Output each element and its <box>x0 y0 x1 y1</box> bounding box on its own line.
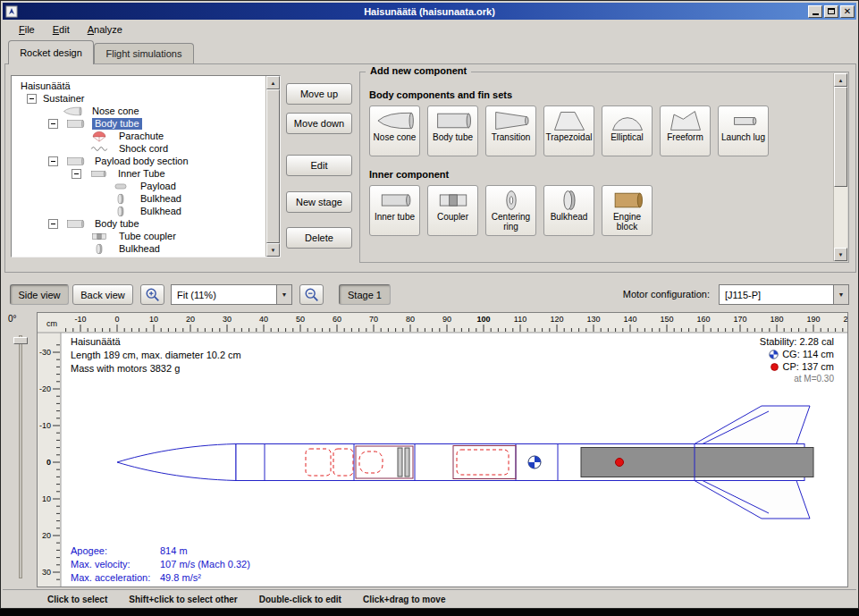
expander-icon[interactable] <box>27 94 37 104</box>
svg-text:200: 200 <box>843 315 847 324</box>
svg-text:150: 150 <box>660 315 673 324</box>
status-hint-1: Click to select <box>47 595 107 604</box>
scroll-up-icon[interactable]: ▲ <box>266 76 280 89</box>
menu-edit[interactable]: Edit <box>46 22 77 37</box>
zoom-out-button[interactable] <box>299 284 324 305</box>
zoom-combo[interactable]: Fit (11%) ▼ <box>171 284 292 305</box>
close-icon: ✕ <box>844 7 851 16</box>
svg-text:30: 30 <box>223 315 232 324</box>
expander-icon[interactable] <box>48 156 58 166</box>
svg-text:-30: -30 <box>39 348 51 357</box>
stage-1-button[interactable]: Stage 1 <box>339 284 391 305</box>
move-down-button[interactable]: Move down <box>286 113 352 134</box>
menubar: FileEditAnalyze <box>4 21 130 38</box>
bulkhead-icon <box>107 193 134 205</box>
inner-tube-icon <box>85 168 112 180</box>
add-elliptical-button[interactable]: Elliptical <box>602 105 653 156</box>
move-up-button[interactable]: Move up <box>286 83 352 105</box>
tree-item-sustainer[interactable]: Sustainer <box>13 92 265 105</box>
add-engine-block-button[interactable]: Engine block <box>602 185 653 236</box>
svg-text:70: 70 <box>369 315 378 324</box>
add-centering-ring-button[interactable]: Centering ring <box>485 185 536 236</box>
rotation-handle[interactable] <box>13 337 28 344</box>
edit-button[interactable]: Edit <box>286 155 352 176</box>
component-scrollbar[interactable]: ▲ ▼ <box>833 73 847 261</box>
titlebar[interactable]: Haisunäätä (haisunaata.ork) ✕ <box>3 3 856 20</box>
menu-file[interactable]: File <box>12 22 42 37</box>
scroll-down-icon[interactable]: ▼ <box>834 248 847 261</box>
rocket-drawing[interactable] <box>117 406 813 519</box>
scroll-up-icon[interactable]: ▲ <box>834 73 847 87</box>
minimize-button[interactable] <box>808 5 822 18</box>
tree-scrollbar[interactable]: ▲ ▼ <box>265 76 280 257</box>
add-component-title: Add new component <box>366 65 471 76</box>
zoom-in-button[interactable] <box>140 284 164 305</box>
svg-text:-20: -20 <box>39 384 51 393</box>
scroll-down-icon[interactable]: ▼ <box>266 243 280 257</box>
svg-text:180: 180 <box>770 315 783 324</box>
close-button[interactable]: ✕ <box>840 5 855 18</box>
centering-ring-icon <box>491 189 532 212</box>
tree-item-bulkhead[interactable]: Bulkhead <box>13 242 265 255</box>
cp-marker <box>616 459 624 467</box>
add-inner-tube-button[interactable]: Inner tube <box>369 185 420 236</box>
expander-icon[interactable] <box>48 219 58 229</box>
expander-icon[interactable] <box>48 119 58 129</box>
svg-text:0: 0 <box>114 315 119 324</box>
tree-item-inner-tube[interactable]: Inner Tube <box>13 167 265 180</box>
add-coupler-button[interactable]: Coupler <box>427 185 478 236</box>
tree-item-label: Bulkhead <box>138 193 184 205</box>
add-nose-cone-button[interactable]: Nose cone <box>369 105 420 156</box>
tree-item-haisun-t-[interactable]: Haisunäätä <box>13 80 265 92</box>
tree-item-payload[interactable]: Payload <box>13 180 265 192</box>
add-transition-button[interactable]: Transition <box>485 105 536 156</box>
tree-item-body-tube[interactable]: Body tube <box>13 217 265 230</box>
tree-item-tube-coupler[interactable]: Tube coupler <box>13 230 265 242</box>
back-view-button[interactable]: Back view <box>72 284 133 305</box>
new-stage-button[interactable]: New stage <box>286 191 352 213</box>
delete-button[interactable]: Delete <box>286 227 352 249</box>
add-body-tube-button[interactable]: Body tube <box>427 105 478 156</box>
maximize-button[interactable] <box>824 5 838 18</box>
svg-text:170: 170 <box>733 315 746 324</box>
svg-text:90: 90 <box>442 315 451 324</box>
tree-item-label: Parachute <box>116 131 166 142</box>
body-tube-icon <box>62 118 88 130</box>
svg-text:140: 140 <box>623 315 636 324</box>
tab-flight-simulations[interactable]: Flight simulations <box>94 43 194 63</box>
tree-item-body-tube[interactable]: Body tube <box>13 117 265 130</box>
app-icon[interactable] <box>5 5 18 18</box>
tree-item-bulkhead[interactable]: Bulkhead <box>13 205 265 217</box>
component-tree[interactable]: HaisunäätäSustainerNose coneBody tubePar… <box>11 75 281 257</box>
body-tube-icon <box>433 109 474 132</box>
rotation-slider[interactable]: 0° <box>6 314 33 584</box>
status-hint-4: Click+drag to move <box>363 595 446 604</box>
tree-item-label: Sustainer <box>40 93 87 105</box>
component-scrollbar-thumb[interactable] <box>834 87 847 187</box>
tree-scrollbar-thumb[interactable] <box>266 89 280 243</box>
add-freeform-button[interactable]: Freeform <box>660 105 711 156</box>
side-view-button[interactable]: Side view <box>10 284 69 305</box>
chevron-down-icon: ▼ <box>276 285 291 304</box>
tree-item-bulkhead[interactable]: Bulkhead <box>13 192 265 205</box>
tree-item-nose-cone[interactable]: Nose cone <box>13 105 265 117</box>
tree-item-label: Bulkhead <box>138 206 184 217</box>
component-tree-rows: HaisunäätäSustainerNose coneBody tubePar… <box>13 80 265 256</box>
menu-analyze[interactable]: Analyze <box>80 22 130 37</box>
tab-rocket-design[interactable]: Rocket design <box>8 40 94 64</box>
rocket-canvas[interactable]: cm -100102030405060708090100110120130140… <box>38 313 847 586</box>
add-bulkhead-button[interactable]: Bulkhead <box>543 185 594 236</box>
expander-icon[interactable] <box>72 169 81 179</box>
shock-cord-icon <box>86 143 113 155</box>
tree-item-shock-cord[interactable]: Shock cord <box>13 142 265 155</box>
add-launch-lug-button[interactable]: Launch lug <box>718 105 769 156</box>
tree-item-parachute[interactable]: Parachute <box>13 130 265 142</box>
tree-item-payload-body-section[interactable]: Payload body section <box>13 155 265 167</box>
status-hint-2: Shift+click to select other <box>129 595 237 604</box>
svg-text:110: 110 <box>514 315 526 324</box>
svg-text:60: 60 <box>333 315 341 324</box>
add-trapezoidal-button[interactable]: Trapezoidal <box>543 105 594 156</box>
statusbar: Click to selectShift+click to select oth… <box>3 589 856 608</box>
motor-config-combo[interactable]: [J115-P] ▼ <box>719 284 849 305</box>
svg-text:10: 10 <box>149 315 158 324</box>
